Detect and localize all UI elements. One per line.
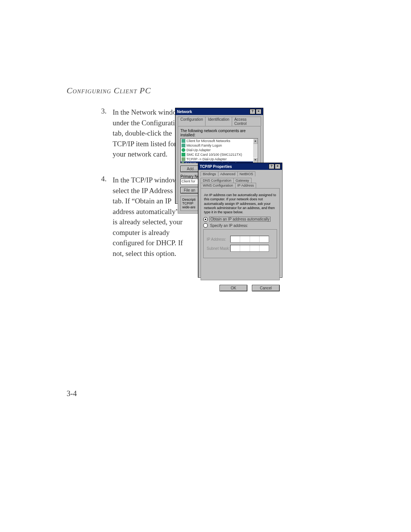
ip-help-text: An IP address can be automatically assig… [204, 193, 276, 214]
scroll-track[interactable] [253, 144, 258, 158]
tcpip-dialog: TCP/IP Properties ? × Bindings Advanced … [198, 163, 282, 278]
tab-wins[interactable]: WINS Configuration [201, 183, 236, 188]
tab-identification[interactable]: Identification [205, 117, 232, 126]
page-header: Configuring Client PC [67, 86, 151, 96]
ip-address-input[interactable] [230, 236, 269, 243]
tcpip-dialog-buttons: OK Cancel [198, 283, 282, 294]
adapter-icon [182, 148, 185, 152]
tab-bindings[interactable]: Bindings [201, 171, 218, 176]
page-number: 3-4 [67, 389, 77, 398]
subnet-mask-input[interactable] [230, 245, 269, 252]
protocol-icon [182, 162, 184, 163]
help-icon[interactable]: ? [250, 109, 255, 114]
network-tabs: Configuration Identification Access Cont… [178, 117, 261, 126]
close-icon[interactable]: × [256, 109, 261, 114]
step-3: 3. In the Network window, under the Conf… [95, 107, 183, 160]
list-item[interactable]: SMC EZ Card 10/100 (SMC1211TX) [181, 152, 258, 157]
tab-netbios[interactable]: NetBIOS [237, 171, 256, 176]
list-item-label: Microsoft Family Logon [186, 144, 222, 147]
subnet-mask-label: Subnet Mask: [207, 246, 230, 251]
client-icon [182, 139, 185, 143]
tab-gateway[interactable]: Gateway [233, 178, 252, 183]
tab-ip-address[interactable]: IP Address [235, 183, 256, 188]
logon-icon [182, 144, 185, 147]
list-item-label: Client for Microsoft Networks [186, 139, 230, 143]
cancel-button[interactable]: Cancel [252, 285, 280, 291]
components-label: The following network components are ins… [180, 129, 258, 137]
tcpip-titlebar: TCP/IP Properties ? × [198, 163, 282, 170]
tcpip-tabs-row1: Bindings Advanced NetBIOS [201, 171, 280, 176]
list-item-label: Dial-Up Adapter [186, 148, 211, 152]
help-icon[interactable]: ? [269, 164, 274, 169]
subnet-mask-row: Subnet Mask: [207, 245, 274, 252]
specify-fieldset: IP Address: Subnet Mask: [203, 229, 277, 258]
tab-access-control[interactable]: Access Control [232, 117, 261, 126]
ok-button[interactable]: OK [220, 285, 247, 291]
step-4-number: 4. [95, 175, 107, 183]
step-3-text: In the Network window, under the Configu… [113, 107, 183, 160]
list-item[interactable]: Client for Microsoft Networks [181, 139, 258, 143]
radio-on-icon[interactable] [203, 217, 208, 222]
close-icon[interactable]: × [275, 164, 280, 169]
ip-address-panel: An IP address can be automatically assig… [201, 188, 280, 280]
list-item[interactable]: TCP/IP -> Dial-Up Adapter [181, 157, 258, 161]
radio-obtain-auto[interactable]: Obtain an IP address automatically [203, 217, 277, 222]
list-item[interactable]: Microsoft Family Logon [181, 143, 258, 148]
tcpip-title: TCP/IP Properties [200, 165, 268, 169]
tab-advanced[interactable]: Advanced [218, 171, 238, 176]
tab-configuration[interactable]: Configuration [178, 117, 206, 126]
listbox-scrollbar[interactable]: ▲ ▼ [253, 139, 258, 163]
file-sharing-button[interactable]: File an [180, 187, 199, 193]
scroll-up-icon[interactable]: ▲ [253, 139, 258, 144]
scroll-down-icon[interactable]: ▼ [253, 158, 258, 163]
list-item-label: TCP/IP -> Dial-Up Adapter [186, 157, 227, 161]
protocol-icon [182, 157, 185, 161]
network-title: Network [177, 110, 249, 114]
step-4: 4. In the TCP/IP window, select the IP A… [95, 175, 183, 259]
card-icon [182, 153, 185, 157]
list-item[interactable]: Dial-Up Adapter [181, 148, 258, 152]
tab-dns[interactable]: DNS Configuration [201, 178, 234, 183]
tcpip-tabs-row2: DNS Configuration Gateway WINS Configura… [201, 178, 280, 188]
radio-specify[interactable]: Specify an IP address: [203, 223, 277, 228]
radio-specify-label: Specify an IP address: [209, 224, 249, 228]
radio-auto-label: Obtain an IP address automatically [209, 217, 271, 222]
network-titlebar: Network ? × [175, 108, 263, 115]
step-4-text: In the TCP/IP window, select the IP Addr… [113, 175, 183, 259]
radio-off-icon[interactable] [203, 223, 208, 228]
ip-address-row: IP Address: [207, 236, 274, 243]
components-listbox[interactable]: Client for Microsoft Networks Microsoft … [180, 138, 258, 163]
ip-address-label: IP Address: [207, 237, 230, 241]
list-item-label: SMC EZ Card 10/100 (SMC1211TX) [186, 153, 242, 157]
step-3-number: 3. [95, 107, 107, 115]
